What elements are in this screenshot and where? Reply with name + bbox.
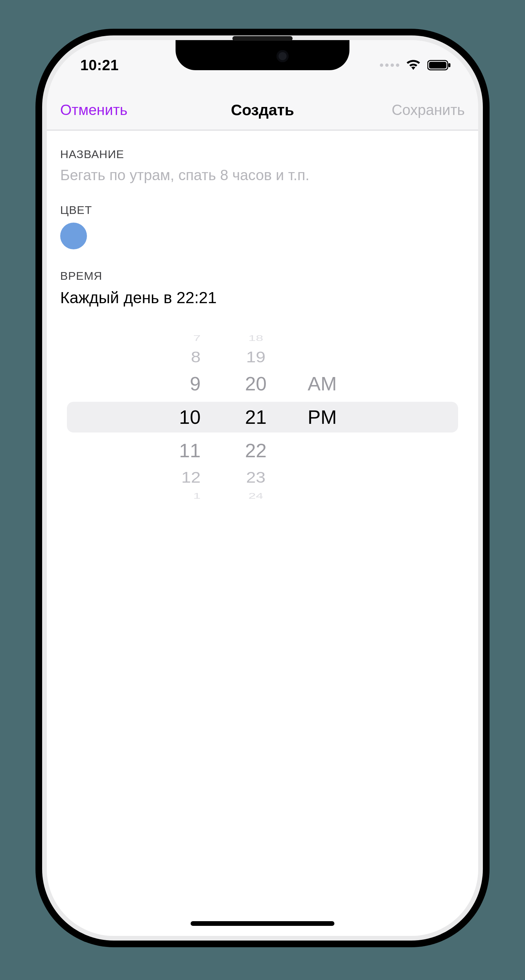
picker-minute-option[interactable]: 18 — [224, 334, 287, 342]
section-color: ЦВЕТ — [60, 204, 465, 249]
section-name: НАЗВАНИЕ — [60, 148, 465, 183]
picker-hour-option[interactable]: 7 — [150, 334, 214, 342]
picker-minute-option[interactable]: 20 — [224, 374, 287, 393]
picker-minute-option[interactable]: 24 — [224, 492, 287, 500]
picker-ampm-option[interactable]: AM — [304, 374, 375, 393]
cancel-button[interactable]: Отменить — [60, 90, 128, 130]
picker-minute-option[interactable]: 23 — [224, 469, 287, 485]
time-label: ВРЕМЯ — [60, 269, 465, 282]
battery-icon — [428, 59, 452, 71]
picker-hour-option[interactable]: 1 — [150, 492, 214, 500]
status-indicators — [380, 59, 452, 71]
picker-minute-selected[interactable]: 21 — [224, 407, 287, 427]
name-label: НАЗВАНИЕ — [60, 148, 465, 161]
picker-columns: 7 8 9 10 11 12 1 18 19 20 — [67, 330, 458, 504]
color-label: ЦВЕТ — [60, 204, 465, 216]
status-time: 10:21 — [80, 57, 119, 73]
name-input[interactable] — [60, 167, 465, 183]
phone-volume-down — [40, 354, 45, 421]
phone-power-button — [480, 291, 485, 398]
cellular-dots-icon — [380, 64, 399, 67]
phone-notch — [176, 40, 349, 70]
picker-hour-selected[interactable]: 10 — [150, 407, 214, 427]
save-button[interactable]: Сохранить — [392, 90, 465, 130]
phone-screen: 10:21 — [47, 40, 478, 936]
svg-rect-1 — [429, 62, 447, 68]
picker-ampm-selected[interactable]: PM — [304, 407, 375, 427]
picker-ampm-column[interactable]: AM PM — [304, 330, 375, 504]
picker-minutes-column[interactable]: 18 19 20 21 22 23 24 — [224, 330, 287, 504]
nav-bar: Отменить Создать Сохранить — [47, 90, 478, 130]
time-picker[interactable]: 7 8 9 10 11 12 1 18 19 20 — [67, 330, 458, 504]
home-indicator[interactable] — [191, 921, 334, 926]
time-summary: Каждый день в 22:21 — [60, 288, 465, 307]
picker-hour-option[interactable]: 11 — [150, 441, 214, 460]
section-time: ВРЕМЯ Каждый день в 22:21 7 8 9 10 11 12 — [60, 269, 465, 504]
picker-hours-column[interactable]: 7 8 9 10 11 12 1 — [150, 330, 214, 504]
phone-speaker — [232, 36, 293, 41]
wifi-icon — [405, 59, 421, 71]
phone-volume-up — [40, 271, 45, 337]
phone-mute-switch — [40, 207, 45, 241]
picker-minute-option[interactable]: 22 — [224, 441, 287, 460]
phone-camera — [276, 50, 289, 62]
picker-hour-option[interactable]: 9 — [150, 374, 214, 393]
svg-rect-2 — [448, 63, 450, 67]
form-content: НАЗВАНИЕ ЦВЕТ ВРЕМЯ Каждый день в 22:21 — [47, 131, 478, 936]
picker-hour-option[interactable]: 12 — [150, 469, 214, 485]
picker-minute-option[interactable]: 19 — [224, 349, 287, 365]
nav-title: Создать — [231, 101, 294, 119]
color-swatch[interactable] — [60, 223, 87, 249]
phone-frame: 10:21 — [47, 40, 478, 936]
stage: 10:21 — [0, 0, 525, 980]
picker-hour-option[interactable]: 8 — [150, 349, 214, 365]
